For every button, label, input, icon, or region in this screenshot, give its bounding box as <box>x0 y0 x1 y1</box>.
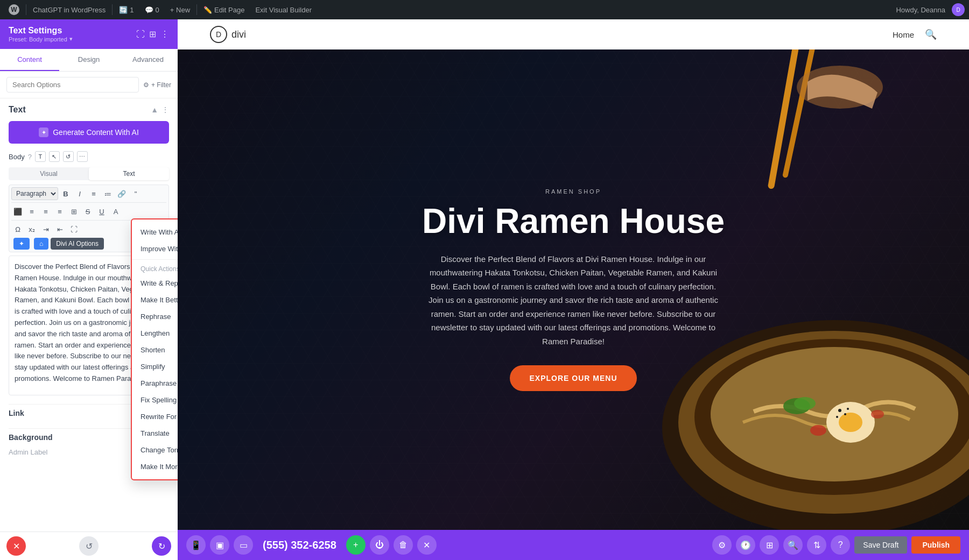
hero-title: Divi Ramen House <box>422 203 725 239</box>
font-color-button[interactable]: A <box>109 205 122 218</box>
table-button[interactable]: ⊞ <box>67 205 80 218</box>
delete-button[interactable]: 🗑 <box>394 535 413 555</box>
change-tone-item[interactable]: Change Tone ▶ <box>132 442 178 458</box>
tab-advanced[interactable]: Advanced <box>118 49 178 71</box>
link-button[interactable]: 🔗 <box>115 187 128 200</box>
svg-point-15 <box>836 416 838 418</box>
write-with-ai-item[interactable]: Write With AI <box>132 224 178 240</box>
align-left-button[interactable]: ⬛ <box>11 205 24 218</box>
special-chars-button[interactable]: Ω <box>11 223 24 236</box>
cursor-icon[interactable]: ↖ <box>49 151 60 162</box>
visual-tab[interactable]: Visual <box>9 167 89 180</box>
nav-home[interactable]: Home <box>893 30 914 39</box>
paragraph-select[interactable]: Paragraph <box>11 187 58 200</box>
undo-button[interactable]: ↺ <box>79 536 99 556</box>
add-element-button[interactable]: + <box>346 535 366 555</box>
panel-header-icons: ⛶ ⊞ ⋮ <box>136 29 169 39</box>
exit-vb-item[interactable]: Exit Visual Builder <box>251 0 316 19</box>
cancel-button[interactable]: ✕ <box>6 536 26 556</box>
mobile-view-button[interactable]: 📱 <box>186 535 206 555</box>
fullscreen-icon[interactable]: ⛶ <box>136 30 145 39</box>
ai-options-icon-2[interactable]: ⌂ <box>34 238 48 250</box>
panel-title: Text Settings <box>9 26 73 36</box>
settings-button[interactable]: ⚙ <box>712 535 732 555</box>
align-justify-button[interactable]: ≡ <box>53 205 66 218</box>
tab-content[interactable]: Content <box>0 49 59 71</box>
cancel-icon: ✕ <box>13 541 20 551</box>
italic-button[interactable]: I <box>73 187 86 200</box>
chevron-down-icon: ▾ <box>69 36 73 42</box>
improve-with-ai-item[interactable]: Improve With AI <box>132 240 178 257</box>
write-replace-item[interactable]: Write & Replace <box>132 275 178 292</box>
divi-ai-options-badge[interactable]: Divi AI Options <box>51 238 104 250</box>
strikethrough-button[interactable]: S <box>81 205 94 218</box>
tab-design[interactable]: Design <box>59 49 118 71</box>
outdent-button[interactable]: ⇤ <box>53 223 66 236</box>
undo-icon[interactable]: ↺ <box>63 151 74 162</box>
nav-search-icon[interactable]: 🔍 <box>925 29 937 40</box>
columns-button[interactable]: ⊞ <box>760 535 779 555</box>
paraphrase-item[interactable]: Paraphrase <box>132 375 178 392</box>
section-more-icon[interactable]: ⋮ <box>162 105 169 114</box>
subscript-button[interactable]: x₂ <box>25 223 38 236</box>
help-icon[interactable]: ? <box>28 153 32 161</box>
bold-button[interactable]: B <box>59 187 72 200</box>
align-center-button[interactable]: ≡ <box>25 205 38 218</box>
tablet-view-button[interactable]: ▣ <box>210 535 229 555</box>
preset-label[interactable]: Preset: Body imported ▾ <box>9 36 73 42</box>
generate-content-button[interactable]: ✦ Generate Content With AI <box>9 121 169 144</box>
power-button[interactable]: ⏻ <box>370 535 389 555</box>
more-options-icon[interactable]: ⋯ <box>77 151 88 162</box>
history-button[interactable]: 🕐 <box>736 535 755 555</box>
more-icon[interactable]: ⋮ <box>160 29 169 39</box>
new-item[interactable]: + New <box>166 0 194 19</box>
preview-logo: D divi <box>210 26 246 43</box>
translate-item[interactable]: Translate ▶ <box>132 425 178 442</box>
save-draft-button[interactable]: Save Draft <box>854 536 907 554</box>
collapse-icon[interactable]: ▲ <box>151 105 158 114</box>
publish-button[interactable]: Publish <box>911 536 960 554</box>
update-item[interactable]: 🔄 1 <box>115 0 138 19</box>
make-it-more-item[interactable]: Make It More ▶ <box>132 458 178 475</box>
save-button[interactable]: ↻ <box>152 536 171 556</box>
comment-item[interactable]: 💬 0 <box>141 0 164 19</box>
divi-ai-tooltip[interactable]: ✦ <box>13 238 30 250</box>
fullscreen-editor-button[interactable]: ⛶ <box>67 223 80 236</box>
lengthen-item[interactable]: Lengthen <box>132 325 178 342</box>
align-right-button[interactable]: ≡ <box>39 205 52 218</box>
body-controls: Body ? T ↖ ↺ ⋯ <box>9 151 169 162</box>
make-it-better-item[interactable]: Make It Better <box>132 292 178 308</box>
fix-spelling-item[interactable]: Fix Spelling & Grammar <box>132 392 178 408</box>
chatgpt-plugin-item[interactable]: ChatGPT in WordPress <box>29 0 110 19</box>
indent-button[interactable]: ⇥ <box>39 223 52 236</box>
unordered-list-button[interactable]: ≡ <box>87 187 100 200</box>
shorten-item[interactable]: Shorten <box>132 342 178 358</box>
portability-button[interactable]: ⇅ <box>807 535 826 555</box>
filter-button[interactable]: ⚙ + Filter <box>143 81 171 89</box>
search-input[interactable] <box>6 77 139 93</box>
dropdown-menu: Write With AI Improve With AI Quick Acti… <box>131 218 178 480</box>
underline-button[interactable]: U <box>95 205 108 218</box>
columns-icon[interactable]: ⊞ <box>149 29 156 39</box>
wp-admin-bar: W ChatGPT in WordPress 🔄 1 💬 0 + New ✏️ … <box>0 0 969 19</box>
svg-point-10 <box>794 397 816 410</box>
rewrite-for-item[interactable]: Rewrite For ▶ <box>132 408 178 425</box>
search-button[interactable]: 🔍 <box>783 535 803 555</box>
help-button[interactable]: ? <box>831 535 850 555</box>
bottom-bar-right: ⚙ 🕐 ⊞ 🔍 ⇅ ? Save Draft Publish <box>712 535 960 555</box>
svg-point-12 <box>871 410 884 419</box>
text-type-icon[interactable]: T <box>35 151 46 162</box>
blockquote-button[interactable]: " <box>129 187 142 200</box>
ordered-list-button[interactable]: ≔ <box>101 187 114 200</box>
rephrase-item[interactable]: Rephrase <box>132 308 178 325</box>
hero-cta-button[interactable]: EXPLORE OUR MENU <box>510 365 636 391</box>
text-tab[interactable]: Text <box>89 167 169 180</box>
filter-icon: ⚙ <box>143 81 149 89</box>
user-avatar: D <box>952 3 965 16</box>
wp-logo-item[interactable]: W <box>4 0 24 19</box>
desktop-view-button[interactable]: ▭ <box>234 535 253 555</box>
close-button[interactable]: ✕ <box>417 535 437 555</box>
logo-circle: D <box>210 26 227 43</box>
simplify-item[interactable]: Simplify <box>132 358 178 375</box>
edit-page-item[interactable]: ✏️ Edit Page <box>199 0 249 19</box>
